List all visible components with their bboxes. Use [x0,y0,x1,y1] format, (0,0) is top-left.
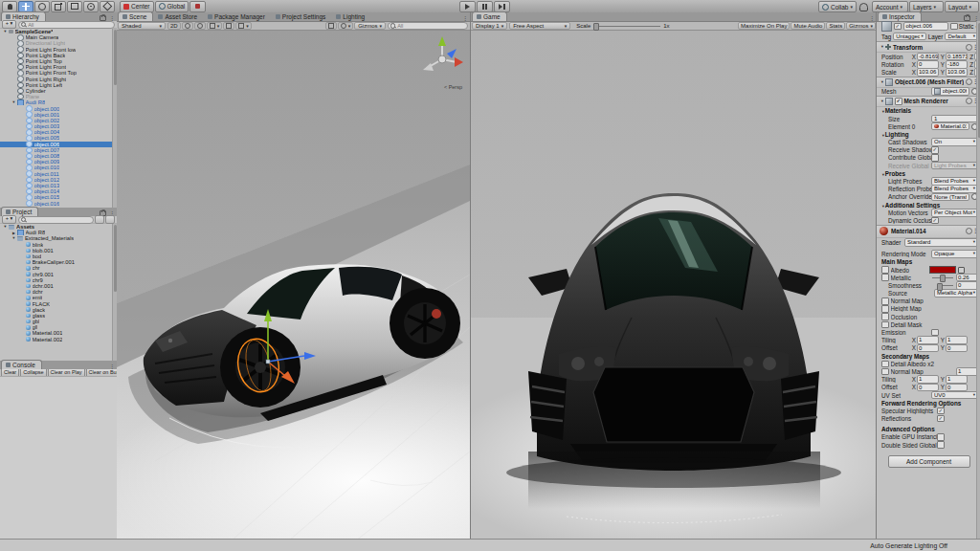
tiling-x-field[interactable]: 1 [917,336,939,344]
2d-toggle[interactable]: 2D [167,22,181,31]
preset-icon[interactable] [966,98,972,104]
eyedropper-icon[interactable] [958,267,965,274]
gameobject-name-field[interactable]: object.006 [903,22,949,31]
preset-icon[interactable] [966,44,972,51]
kebab-menu-icon[interactable]: ⋮ [109,16,115,21]
aspect-dropdown[interactable]: Free Aspect ▾ [509,22,570,31]
material-header[interactable]: Material.014 ⋮ [877,225,980,238]
mute-audio-toggle[interactable]: Mute Audio [791,22,825,31]
collab-button[interactable]: Collab ▾ [818,1,857,12]
scale-x-field[interactable]: 103.06 [917,68,939,77]
kebab-menu-icon[interactable]: ⋮ [869,16,875,21]
scene-audio-toggle[interactable] [194,22,206,31]
reflections-checkbox[interactable]: ✓ [937,415,945,423]
occlusion-texture-slot[interactable] [881,313,889,320]
tab-asset-store[interactable]: Asset Store [154,12,203,21]
custom-tool-button[interactable] [100,1,115,12]
rendering-mode-dropdown[interactable]: Opaque▾ [931,250,978,258]
scale-y-field[interactable]: 103.06 [946,68,968,77]
maximize-on-play-toggle[interactable]: Maximize On Play [738,22,790,31]
rect-tool-button[interactable] [67,1,82,12]
normal-map-texture-slot[interactable] [881,298,889,305]
project-create-button[interactable]: + ▾ [2,215,16,224]
hierarchy-search-box[interactable] [18,21,115,29]
mesh-renderer-enabled-checkbox[interactable]: ✓ [895,98,902,105]
receive-shadows-checkbox[interactable]: ✓ [931,146,939,154]
secondary-tiling-y-field[interactable]: 1 [946,375,968,384]
tab-console[interactable]: Console [1,360,42,369]
tab-project-settings[interactable]: Project Settings [272,12,332,21]
layout-button[interactable]: Layout ▾ [945,1,979,12]
contribute-gi-checkbox[interactable] [931,154,939,162]
game-canvas[interactable] [471,31,877,540]
scene-orientation-gizmo[interactable] [420,34,464,84]
smoothness-slider[interactable] [937,285,953,286]
secondary-offset-x-field[interactable]: 0 [917,384,939,392]
tag-dropdown[interactable]: Untagged▾ [893,33,926,41]
motion-vectors-dropdown[interactable]: Per Object Motion▾ [931,209,978,217]
secondary-normal-texture-slot[interactable] [881,368,889,376]
scene-gizmos-dropdown[interactable]: Gizmos ▾ [354,22,386,31]
foldout-arrow[interactable]: ▼ [11,236,16,240]
hand-tool-button[interactable] [2,1,17,12]
anchor-override-field[interactable]: None (Transform) [931,193,969,202]
dynamic-occlusion-checkbox[interactable]: ✓ [931,217,939,225]
console-clear-on-build-button[interactable]: Clear on Build [86,369,117,377]
secondary-tiling-x-field[interactable]: 1 [917,375,939,384]
specular-highlights-checkbox[interactable]: ✓ [937,408,945,415]
orientation-label[interactable]: < Persp [444,84,462,90]
scene-lighting-toggle[interactable] [182,22,193,31]
offset-y-field[interactable]: 0 [946,344,968,353]
material-element-field[interactable]: Material.014 [931,122,969,131]
auto-generate-lighting-status[interactable]: Auto Generate Lighting Off [870,542,947,549]
console-clear-button[interactable]: Clear [1,369,19,377]
secondary-offset-y-field[interactable]: 0 [946,384,968,392]
tiling-y-field[interactable]: 1 [946,336,968,344]
pivot-toggle-button[interactable]: Center [120,1,154,12]
rotate-tool-button[interactable] [34,1,50,12]
stats-toggle[interactable]: Stats [826,22,845,31]
foldout-arrow[interactable]: ▼ [3,30,8,33]
scene-effects-dropdown[interactable]: ▾ [207,22,223,31]
transform-component-header[interactable]: ▼ Transform ⋮ [877,41,980,53]
preset-icon[interactable] [966,228,972,234]
foldout-arrow[interactable]: ▼ [3,225,8,229]
kebab-menu-icon[interactable]: ⋮ [462,16,468,21]
double-sided-gi-checkbox[interactable] [937,441,945,449]
offset-x-field[interactable]: 0 [917,344,939,353]
scene-tools-toggle[interactable] [325,22,337,31]
height-map-texture-slot[interactable] [881,305,889,313]
scene-camera-dropdown[interactable]: ▾ [338,22,354,31]
display-dropdown[interactable]: Display 1 ▾ [472,22,507,31]
hidden-objects-toggle[interactable] [223,22,234,31]
foldout-arrow[interactable]: ▼ [11,100,16,104]
move-tool-button[interactable] [18,1,33,12]
static-checkbox[interactable] [950,23,958,31]
gpu-instancing-checkbox[interactable] [937,433,945,441]
scene-search-input[interactable] [397,23,465,29]
hierarchy-create-button[interactable]: + ▾ [2,20,16,29]
grid-dropdown[interactable]: ▾ [235,22,252,31]
tab-inspector[interactable]: Inspector [878,11,922,21]
preset-icon[interactable] [966,78,972,85]
inspector-scrollbar[interactable] [976,21,980,539]
scene-canvas[interactable]: < Persp [117,31,470,540]
uv-set-dropdown[interactable]: UV0▾ [931,391,978,400]
metallic-texture-slot[interactable] [881,274,889,281]
hierarchy-item-object-016[interactable]: object.016 [0,200,112,206]
scale-tool-button[interactable] [51,1,66,12]
tab-lighting[interactable]: Lighting [332,12,370,21]
detail-mask-texture-slot[interactable] [881,321,889,329]
shading-mode-dropdown[interactable]: Shaded ▾ [118,22,166,31]
space-toggle-button[interactable]: Global [155,1,189,12]
notification-bell-icon[interactable] [859,3,868,11]
foldout-arrow[interactable]: ▶ [11,231,16,235]
console-collapse-button[interactable]: Collapse [20,369,46,377]
tab-scene[interactable]: Scene [118,11,153,21]
project-search-input[interactable] [28,217,91,223]
mesh-renderer-component-header[interactable]: ▼ ✓ Mesh Renderer ⋮ [877,96,980,107]
game-gizmos-dropdown[interactable]: Gizmos▾ [846,22,876,31]
kebab-menu-icon[interactable]: ⋮ [973,16,979,21]
scene-search-box[interactable] [388,22,468,30]
emission-checkbox[interactable] [931,329,939,337]
